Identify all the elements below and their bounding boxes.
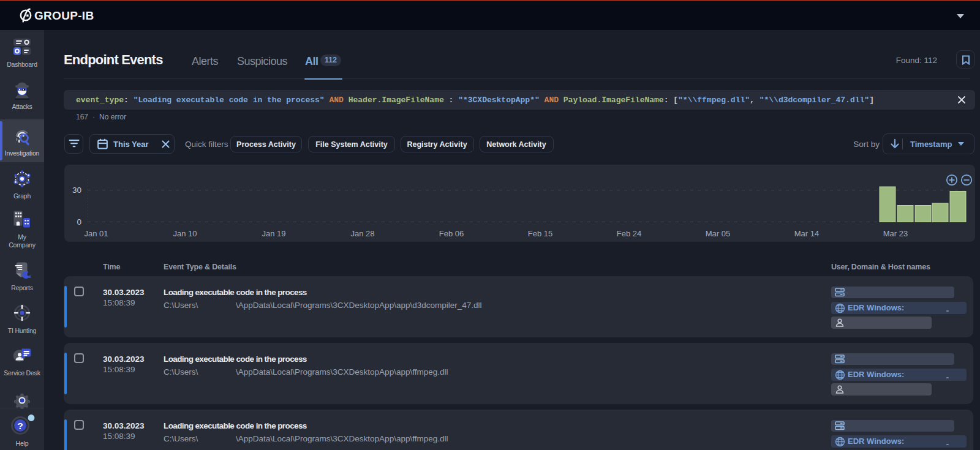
svg-text:Mar 23: Mar 23 [883, 229, 908, 238]
svg-text:Jan 28: Jan 28 [350, 229, 374, 238]
svg-text:Feb 15: Feb 15 [528, 229, 552, 238]
svg-text:Jan 19: Jan 19 [262, 229, 285, 238]
svg-text:0: 0 [77, 217, 81, 227]
svg-text:Mar 14: Mar 14 [794, 229, 819, 238]
svg-text:Feb 06: Feb 06 [439, 229, 464, 238]
svg-text:30: 30 [72, 186, 81, 195]
svg-text:Jan 10: Jan 10 [173, 229, 197, 238]
svg-text:Mar 05: Mar 05 [706, 229, 730, 238]
svg-text:Feb 24: Feb 24 [617, 229, 641, 238]
svg-text:Jan 01: Jan 01 [84, 229, 108, 238]
svg-text:?: ? [17, 421, 23, 431]
